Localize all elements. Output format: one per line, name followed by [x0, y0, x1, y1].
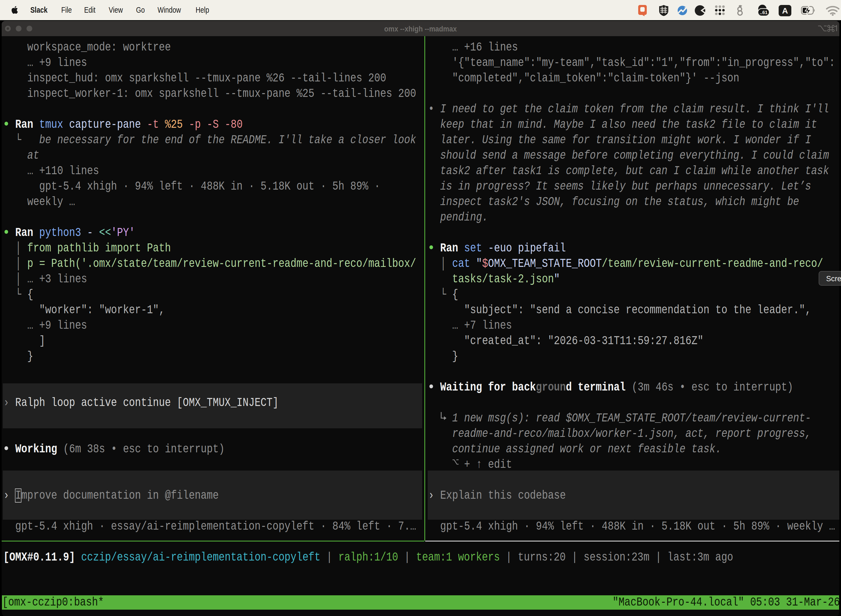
svg-text:A: A — [782, 6, 788, 15]
svg-text:..61: ..61 — [760, 10, 767, 15]
